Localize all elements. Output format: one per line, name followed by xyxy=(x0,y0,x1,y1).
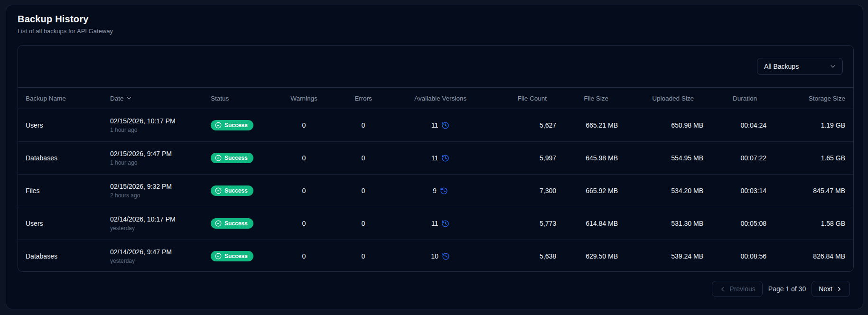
file-count-cell: 5,773 xyxy=(483,207,564,240)
chevron-down-icon xyxy=(829,63,837,70)
circle-check-icon xyxy=(215,220,222,227)
backup-table-card: All Backups Backup Name Date xyxy=(18,45,854,272)
storage-size-cell: 1.58 GB xyxy=(774,207,854,240)
col-date: Date xyxy=(103,88,203,109)
backup-name-cell: Users xyxy=(18,109,103,142)
duration-cell: 00:04:24 xyxy=(711,109,774,142)
col-storage-size: Storage Size xyxy=(774,88,854,109)
date-value: 02/15/2026, 10:17 PM xyxy=(110,117,196,125)
version-history-icon[interactable] xyxy=(441,121,449,130)
filter-selected-value: All Backups xyxy=(764,63,799,70)
page-title: Backup History xyxy=(18,14,854,25)
backup-name-cell: Users xyxy=(18,207,103,240)
backup-table: Backup Name Date Status Warnings Errors … xyxy=(18,87,854,272)
date-relative: 1 hour ago xyxy=(110,159,196,166)
versions-count: 9 xyxy=(433,187,437,195)
page-subtitle: List of all backups for API Gateway xyxy=(18,28,854,35)
date-relative: yesterday xyxy=(110,225,196,232)
file-size-cell: 665.21 MB xyxy=(564,109,625,142)
file-size-cell: 665.92 MB xyxy=(564,175,625,207)
file-size-cell: 629.50 MB xyxy=(564,240,625,272)
col-backup-name: Backup Name xyxy=(18,88,103,109)
chevron-left-icon xyxy=(719,286,726,293)
version-history-icon[interactable] xyxy=(441,220,449,228)
warnings-cell: 0 xyxy=(279,240,329,272)
file-count-cell: 7,300 xyxy=(483,175,564,207)
status-label: Success xyxy=(224,155,248,161)
backup-name-cell: Databases xyxy=(18,240,103,272)
version-history-icon[interactable] xyxy=(442,252,450,260)
table-row: Databases 02/15/2026, 9:47 PM 1 hour ago… xyxy=(18,142,854,175)
backup-name-cell: Files xyxy=(18,175,103,207)
file-size-cell: 614.84 MB xyxy=(564,207,625,240)
circle-check-icon xyxy=(215,155,222,161)
version-history-icon[interactable] xyxy=(440,187,448,195)
status-label: Success xyxy=(224,253,248,259)
table-toolbar: All Backups xyxy=(18,46,853,87)
table-row: Users 02/14/2026, 10:17 PM yesterday Suc… xyxy=(18,207,854,240)
sort-chevron-down-icon xyxy=(126,95,132,102)
storage-size-cell: 1.65 GB xyxy=(774,142,854,175)
warnings-cell: 0 xyxy=(279,109,329,142)
date-sort-button[interactable]: Date xyxy=(110,95,132,102)
col-file-size: File Size xyxy=(564,88,625,109)
status-label: Success xyxy=(224,122,248,129)
col-warnings: Warnings xyxy=(279,88,329,109)
status-cell: Success xyxy=(203,142,279,175)
date-value: 02/15/2026, 9:32 PM xyxy=(110,183,196,191)
warnings-cell: 0 xyxy=(279,142,329,175)
previous-page-button[interactable]: Previous xyxy=(712,281,762,297)
date-relative: 1 hour ago xyxy=(110,127,196,133)
status-cell: Success xyxy=(203,240,279,272)
file-count-cell: 5,627 xyxy=(483,109,564,142)
versions-count: 11 xyxy=(431,220,439,227)
status-badge: Success xyxy=(211,218,253,229)
status-badge: Success xyxy=(211,185,253,196)
col-duration: Duration xyxy=(711,88,774,109)
date-cell: 02/15/2026, 9:32 PM 2 hours ago xyxy=(103,175,203,207)
duration-cell: 00:08:56 xyxy=(711,240,774,272)
uploaded-size-cell: 650.98 MB xyxy=(625,109,711,142)
date-cell: 02/15/2026, 9:47 PM 1 hour ago xyxy=(103,142,203,175)
chevron-right-icon xyxy=(836,286,843,293)
next-page-button[interactable]: Next xyxy=(812,281,850,297)
col-available-versions: Available Versions xyxy=(398,88,483,109)
errors-cell: 0 xyxy=(329,240,398,272)
circle-check-icon xyxy=(215,187,222,194)
file-size-cell: 645.98 MB xyxy=(564,142,625,175)
file-count-cell: 5,997 xyxy=(483,142,564,175)
date-cell: 02/14/2026, 10:17 PM yesterday xyxy=(103,207,203,240)
errors-cell: 0 xyxy=(329,175,398,207)
versions-count: 10 xyxy=(431,252,439,260)
col-uploaded-size: Uploaded Size xyxy=(625,88,711,109)
date-value: 02/15/2026, 9:47 PM xyxy=(110,150,196,158)
status-cell: Success xyxy=(203,109,279,142)
table-row: Users 02/15/2026, 10:17 PM 1 hour ago Su… xyxy=(18,109,854,142)
col-file-count: File Count xyxy=(483,88,564,109)
table-row: Files 02/15/2026, 9:32 PM 2 hours ago Su… xyxy=(18,175,854,207)
storage-size-cell: 845.47 MB xyxy=(774,175,854,207)
status-badge: Success xyxy=(211,120,253,130)
versions-count: 11 xyxy=(431,121,439,129)
backup-filter-select[interactable]: All Backups xyxy=(757,58,843,75)
status-badge: Success xyxy=(211,153,253,163)
duration-cell: 00:05:08 xyxy=(711,207,774,240)
available-versions-cell: 10 xyxy=(398,240,483,272)
backup-name-cell: Databases xyxy=(18,142,103,175)
uploaded-size-cell: 534.20 MB xyxy=(625,175,711,207)
version-history-icon[interactable] xyxy=(441,154,449,162)
date-relative: yesterday xyxy=(110,258,196,264)
backup-history-card: Backup History List of all backups for A… xyxy=(6,5,863,309)
uploaded-size-cell: 539.24 MB xyxy=(625,240,711,272)
status-cell: Success xyxy=(203,207,279,240)
table-row: Databases 02/14/2026, 9:47 PM yesterday … xyxy=(18,240,854,272)
circle-check-icon xyxy=(215,253,222,259)
table-header-row: Backup Name Date Status Warnings Errors … xyxy=(18,88,854,109)
date-cell: 02/14/2026, 9:47 PM yesterday xyxy=(103,240,203,272)
errors-cell: 0 xyxy=(329,109,398,142)
warnings-cell: 0 xyxy=(279,207,329,240)
date-value: 02/14/2026, 10:17 PM xyxy=(110,215,196,223)
pagination-bar: Previous Page 1 of 30 Next xyxy=(18,281,854,297)
storage-size-cell: 826.84 MB xyxy=(774,240,854,272)
status-cell: Success xyxy=(203,175,279,207)
